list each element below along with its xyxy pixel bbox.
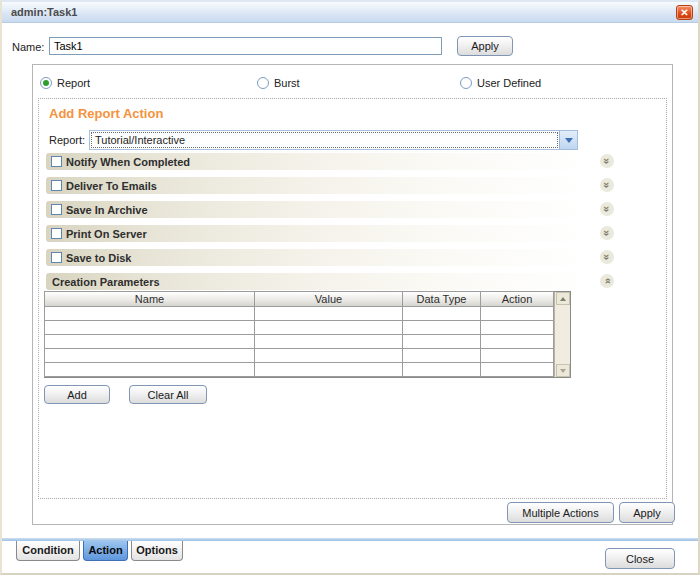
checkbox-print-server[interactable]: [51, 228, 62, 239]
column-header-action[interactable]: Action: [480, 291, 554, 307]
cell-data-type[interactable]: [402, 348, 481, 363]
section-creation-parameters[interactable]: Creation Parameters: [46, 273, 593, 290]
table-scrollbar[interactable]: [554, 292, 570, 377]
cell-value[interactable]: [254, 348, 403, 363]
table-row[interactable]: [45, 363, 554, 377]
tab-options[interactable]: Options: [131, 541, 183, 561]
collapse-chevron-icon[interactable]: [600, 274, 614, 288]
table-row[interactable]: [45, 349, 554, 363]
task-dialog: admin:Task1 ✕ Name: Apply Report Burst U…: [0, 0, 700, 575]
name-label: Name:: [12, 41, 44, 53]
section-label: Save to Disk: [66, 252, 131, 264]
radio-report[interactable]: Report: [40, 76, 90, 90]
radio-user-defined[interactable]: User Defined: [460, 76, 541, 90]
scroll-down-icon[interactable]: [556, 364, 570, 377]
screen: admin:Task1 ✕ Name: Apply Report Burst U…: [0, 0, 700, 575]
table-row[interactable]: [45, 335, 554, 349]
task-name-input[interactable]: [49, 37, 442, 55]
cell-action[interactable]: [480, 348, 554, 363]
checkbox-notify[interactable]: [51, 156, 62, 167]
section-label: Print On Server: [66, 228, 147, 240]
cell-value[interactable]: [254, 362, 403, 377]
cell-data-type[interactable]: [402, 362, 481, 377]
column-header-data-type[interactable]: Data Type: [402, 291, 481, 307]
expand-chevron-icon[interactable]: [600, 226, 614, 240]
name-apply-button[interactable]: Apply: [457, 36, 513, 56]
cell-value[interactable]: [254, 306, 403, 321]
tab-condition[interactable]: Condition: [16, 541, 80, 561]
tab-action[interactable]: Action: [83, 541, 128, 561]
expand-chevron-icon[interactable]: [600, 202, 614, 216]
report-dropdown[interactable]: Tutorial/Interactive: [89, 130, 578, 150]
cell-action[interactable]: [480, 320, 554, 335]
panel-heading: Add Report Action: [49, 106, 163, 121]
cell-name[interactable]: [44, 320, 255, 335]
radio-button-icon: [460, 77, 472, 89]
radio-user-defined-label: User Defined: [477, 77, 541, 89]
cell-name[interactable]: [44, 334, 255, 349]
add-button[interactable]: Add: [44, 385, 110, 404]
multiple-actions-button[interactable]: Multiple Actions: [507, 502, 614, 523]
table-row[interactable]: [45, 321, 554, 335]
radio-report-label: Report: [57, 77, 90, 89]
radio-button-icon: [40, 77, 52, 89]
cell-data-type[interactable]: [402, 320, 481, 335]
report-select-label: Report:: [49, 134, 85, 146]
section-label: Notify When Completed: [66, 156, 190, 168]
title-bar[interactable]: admin:Task1 ✕: [2, 2, 698, 23]
clear-all-button[interactable]: Clear All: [129, 385, 207, 404]
column-header-value[interactable]: Value: [254, 291, 403, 307]
creation-parameters-table: Name Value Data Type Action: [44, 291, 571, 378]
section-label: Creation Parameters: [52, 276, 160, 288]
report-dropdown-value: Tutorial/Interactive: [91, 132, 558, 148]
section-save-in-archive[interactable]: Save In Archive: [46, 201, 593, 218]
cell-action[interactable]: [480, 334, 554, 349]
section-print-on-server[interactable]: Print On Server: [46, 225, 593, 242]
radio-button-icon: [257, 77, 269, 89]
radio-burst-label: Burst: [274, 77, 300, 89]
column-header-name[interactable]: Name: [44, 291, 255, 307]
cell-name[interactable]: [44, 362, 255, 377]
checkbox-save-archive[interactable]: [51, 204, 62, 215]
table-header-row: Name Value Data Type Action: [45, 292, 554, 307]
expand-chevron-icon[interactable]: [600, 178, 614, 192]
cell-action[interactable]: [480, 362, 554, 377]
expand-chevron-icon[interactable]: [600, 154, 614, 168]
cell-name[interactable]: [44, 306, 255, 321]
section-label: Deliver To Emails: [66, 180, 157, 192]
cell-value[interactable]: [254, 320, 403, 335]
scroll-up-icon[interactable]: [556, 292, 570, 305]
window-title: admin:Task1: [11, 6, 77, 18]
close-icon[interactable]: ✕: [676, 5, 693, 20]
cell-value[interactable]: [254, 334, 403, 349]
radio-burst[interactable]: Burst: [257, 76, 300, 90]
expand-chevron-icon[interactable]: [600, 250, 614, 264]
table-row[interactable]: [45, 307, 554, 321]
close-button[interactable]: Close: [605, 548, 675, 569]
checkbox-save-disk[interactable]: [51, 252, 62, 263]
cell-action[interactable]: [480, 306, 554, 321]
section-deliver-to-emails[interactable]: Deliver To Emails: [46, 177, 593, 194]
section-label: Save In Archive: [66, 204, 148, 216]
cell-data-type[interactable]: [402, 334, 481, 349]
chevron-down-icon[interactable]: [559, 131, 577, 149]
cell-data-type[interactable]: [402, 306, 481, 321]
action-apply-button[interactable]: Apply: [619, 502, 675, 523]
cell-name[interactable]: [44, 348, 255, 363]
section-notify-when-completed[interactable]: Notify When Completed: [46, 153, 593, 170]
checkbox-deliver-emails[interactable]: [51, 180, 62, 191]
section-save-to-disk[interactable]: Save to Disk: [46, 249, 593, 266]
